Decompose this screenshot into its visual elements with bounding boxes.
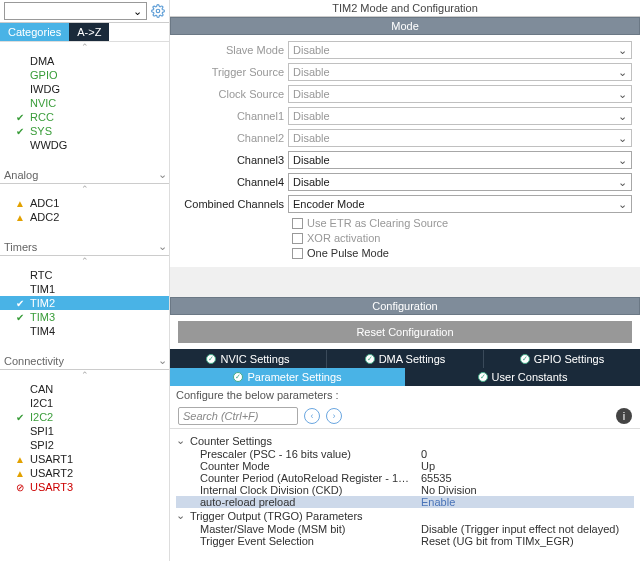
peripheral-usart3[interactable]: USART3 (0, 480, 169, 494)
section-analog[interactable]: Analog⌄ (0, 164, 169, 184)
tab-user-constants[interactable]: ✓User Constants (405, 368, 640, 386)
tree-group: CANI2C1I2C2SPI1SPI2USART1USART2USART3 (0, 380, 169, 506)
mode-label: Channel1 (178, 110, 288, 122)
param-key: Counter Period (AutoReload Register - 1… (200, 472, 413, 484)
peripheral-tim4[interactable]: TIM4 (0, 324, 169, 338)
config-tabs-row1: ✓NVIC Settings✓DMA Settings✓GPIO Setting… (170, 349, 640, 368)
peripheral-gpio[interactable]: GPIO (0, 68, 169, 82)
param-row[interactable]: auto-reload preloadEnable (176, 496, 634, 508)
search-input[interactable]: Search (Ctrl+F) (178, 407, 298, 425)
peripheral-nvic[interactable]: NVIC (0, 96, 169, 110)
param-row[interactable]: Master/Slave Mode (MSM bit)Disable (Trig… (176, 523, 634, 535)
mode-select[interactable]: Disable⌄ (288, 129, 632, 147)
gear-icon[interactable] (151, 4, 165, 18)
peripheral-i2c2[interactable]: I2C2 (0, 410, 169, 424)
section-timers[interactable]: Timers⌄ (0, 236, 169, 256)
peripheral-rcc[interactable]: RCC (0, 110, 169, 124)
peripheral-can[interactable]: CAN (0, 382, 169, 396)
param-group-counter-settings[interactable]: ⌄Counter Settings (176, 433, 634, 448)
tab-categories[interactable]: Categories (0, 23, 69, 41)
search-prev-button[interactable]: ‹ (304, 408, 320, 424)
param-value: Reset (UG bit from TIMx_EGR) (413, 535, 634, 547)
check-icon (14, 126, 26, 137)
mode-select[interactable]: Disable⌄ (288, 107, 632, 125)
peripheral-usart2[interactable]: USART2 (0, 466, 169, 480)
peripheral-label: WWDG (30, 139, 67, 151)
mode-label: Channel3 (178, 154, 288, 166)
peripheral-label: TIM3 (30, 311, 55, 323)
param-row[interactable]: Trigger Event SelectionReset (UG bit fro… (176, 535, 634, 547)
chevron-down-icon: ⌄ (618, 88, 627, 101)
peripheral-adc1[interactable]: ADC1 (0, 196, 169, 210)
peripheral-wwdg[interactable]: WWDG (0, 138, 169, 152)
chevron-down-icon: ⌄ (176, 509, 186, 522)
peripheral-label: DMA (30, 55, 54, 67)
info-icon[interactable]: i (616, 408, 632, 424)
chevron-down-icon: ⌄ (158, 354, 167, 367)
peripheral-label: SPI1 (30, 425, 54, 437)
mode-label: Clock Source (178, 88, 288, 100)
check-icon (14, 298, 26, 309)
param-row[interactable]: Counter ModeUp (176, 460, 634, 472)
peripheral-label: TIM1 (30, 283, 55, 295)
peripheral-label: ADC1 (30, 197, 59, 209)
peripheral-tim2[interactable]: TIM2 (0, 296, 169, 310)
tab-parameter-settings[interactable]: ✓Parameter Settings (170, 368, 405, 386)
section-connectivity[interactable]: Connectivity⌄ (0, 350, 169, 370)
mode-select[interactable]: Disable⌄ (288, 41, 632, 59)
peripheral-tree: ⌃DMAGPIOIWDGNVICRCCSYSWWDGAnalog⌄⌃ADC1AD… (0, 42, 169, 506)
param-key: Counter Mode (200, 460, 413, 472)
peripheral-adc2[interactable]: ADC2 (0, 210, 169, 224)
svg-point-0 (156, 9, 160, 13)
mode-checkbox-xor-activation: XOR activation (292, 232, 632, 244)
param-row[interactable]: Prescaler (PSC - 16 bits value)0 (176, 448, 634, 460)
mode-checkbox-use-etr-as-clearing-source: Use ETR as Clearing Source (292, 217, 632, 229)
peripheral-tim1[interactable]: TIM1 (0, 282, 169, 296)
peripheral-i2c1[interactable]: I2C1 (0, 396, 169, 410)
mode-select[interactable]: Encoder Mode⌄ (288, 195, 632, 213)
mode-row-channel4: Channel4Disable⌄ (178, 173, 632, 191)
mode-select[interactable]: Disable⌄ (288, 85, 632, 103)
peripheral-usart1[interactable]: USART1 (0, 452, 169, 466)
resize-handle[interactable]: ⌃ (0, 256, 169, 266)
left-panel: ⌄ Categories A->Z ⌃DMAGPIOIWDGNVICRCCSYS… (0, 0, 170, 561)
param-group-trigger-output-trgo-parameters[interactable]: ⌄Trigger Output (TRGO) Parameters (176, 508, 634, 523)
search-next-button[interactable]: › (326, 408, 342, 424)
param-row[interactable]: Counter Period (AutoReload Register - 1…… (176, 472, 634, 484)
warn-icon (14, 454, 26, 465)
peripheral-rtc[interactable]: RTC (0, 268, 169, 282)
param-value: 0 (413, 448, 634, 460)
peripheral-tim3[interactable]: TIM3 (0, 310, 169, 324)
resize-handle[interactable]: ⌃ (0, 42, 169, 52)
tab-a-z[interactable]: A->Z (69, 23, 109, 41)
peripheral-dropdown[interactable]: ⌄ (4, 2, 147, 20)
peripheral-iwdg[interactable]: IWDG (0, 82, 169, 96)
mode-checkbox-one-pulse-mode[interactable]: One Pulse Mode (292, 247, 632, 259)
ok-icon: ✓ (520, 354, 530, 364)
mode-row-channel2: Channel2Disable⌄ (178, 129, 632, 147)
param-key: Internal Clock Division (CKD) (200, 484, 413, 496)
peripheral-sys[interactable]: SYS (0, 124, 169, 138)
resize-handle[interactable]: ⌃ (0, 370, 169, 380)
mode-select[interactable]: Disable⌄ (288, 173, 632, 191)
tab-dma-settings[interactable]: ✓DMA Settings (327, 350, 484, 368)
tab-gpio-settings[interactable]: ✓GPIO Settings (484, 350, 640, 368)
tree-group: RTCTIM1TIM2TIM3TIM4 (0, 266, 169, 350)
ban-icon (14, 482, 26, 493)
chevron-down-icon: ⌄ (618, 66, 627, 79)
peripheral-dma[interactable]: DMA (0, 54, 169, 68)
reset-configuration-button[interactable]: Reset Configuration (178, 321, 632, 343)
mode-select[interactable]: Disable⌄ (288, 63, 632, 81)
mode-row-combined-channels: Combined ChannelsEncoder Mode⌄ (178, 195, 632, 213)
peripheral-label: SYS (30, 125, 52, 137)
peripheral-spi1[interactable]: SPI1 (0, 424, 169, 438)
ok-icon: ✓ (365, 354, 375, 364)
resize-handle[interactable]: ⌃ (0, 184, 169, 194)
check-icon (14, 112, 26, 123)
checkbox-icon (292, 233, 303, 244)
peripheral-spi2[interactable]: SPI2 (0, 438, 169, 452)
param-row[interactable]: Internal Clock Division (CKD)No Division (176, 484, 634, 496)
mode-select[interactable]: Disable⌄ (288, 151, 632, 169)
check-icon (14, 412, 26, 423)
tab-nvic-settings[interactable]: ✓NVIC Settings (170, 350, 327, 368)
